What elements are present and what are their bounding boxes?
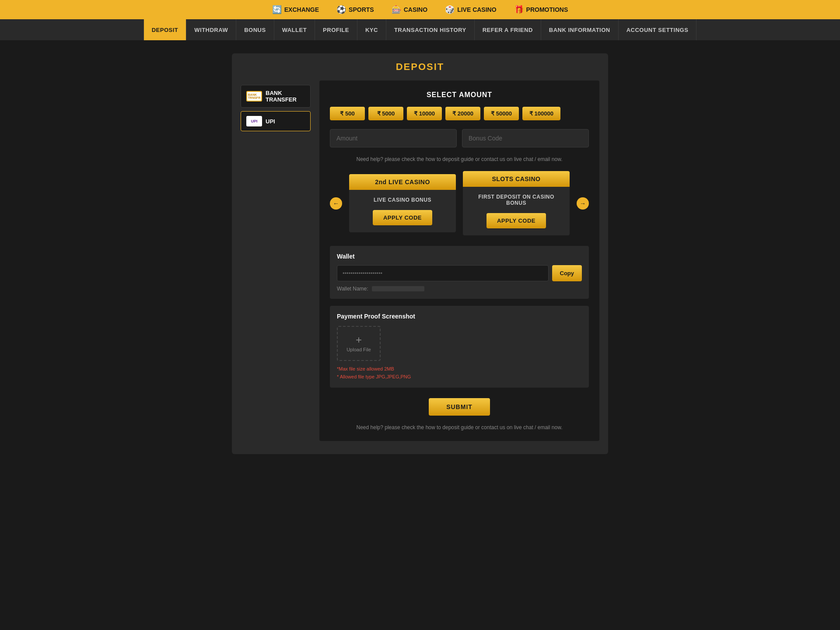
wallet-name-label: Wallet Name: xyxy=(337,286,368,292)
file-info: *Max file size allowed 2MB * Allowed fil… xyxy=(337,365,582,381)
nav-bank-information[interactable]: BANK INFORMATION xyxy=(541,19,619,40)
nav-sports[interactable]: ⚽ SPORTS xyxy=(336,5,374,14)
amount-btn-50000[interactable]: ₹ 50000 xyxy=(484,107,519,120)
deposit-form: SELECT AMOUNT ₹ 500 ₹ 5000 ₹ 10000 ₹ 200… xyxy=(319,80,599,441)
select-amount-title: SELECT AMOUNT xyxy=(330,91,589,99)
bank-transfer-label: BANK TRANSFER xyxy=(266,90,305,103)
nav-casino[interactable]: 🎰 CASINO xyxy=(392,5,427,14)
nav-profile[interactable]: PROFILE xyxy=(315,19,357,40)
bonus-card-slots-subtitle: FIRST DEPOSIT ON CASINO BONUS xyxy=(470,194,563,206)
exchange-icon: 🔄 xyxy=(272,5,282,14)
amount-btn-5000[interactable]: ₹ 5000 xyxy=(368,107,403,120)
nav-refer-a-friend[interactable]: REFER A FRIEND xyxy=(475,19,541,40)
bank-transfer-icon: BANKTRNSFR xyxy=(246,91,262,102)
nav-account-settings[interactable]: ACCOUNT SETTINGS xyxy=(619,19,697,40)
main-content: DEPOSIT BANKTRNSFR BANK TRANSFER UPI UPI xyxy=(0,40,840,467)
wallet-section: Wallet Copy Wallet Name: xyxy=(330,246,589,299)
file-type-note: * Allowed file type JPG,JPEG,PNG xyxy=(337,373,582,381)
nav-exchange[interactable]: 🔄 EXCHANGE xyxy=(272,5,319,14)
bonus-card-slots-body: FIRST DEPOSIT ON CASINO BONUS APPLY CODE xyxy=(463,187,570,235)
payment-method-bank-transfer[interactable]: BANKTRNSFR BANK TRANSFER xyxy=(241,85,311,108)
payment-proof-section: Payment Proof Screenshot + Upload File *… xyxy=(330,306,589,388)
deposit-body: BANKTRNSFR BANK TRANSFER UPI UPI SELECT … xyxy=(232,80,608,454)
submit-button[interactable]: SUBMIT xyxy=(429,398,490,416)
casino-icon: 🎰 xyxy=(392,5,401,14)
bonus-card-live-casino: 2nd LIVE CASINO LIVE CASINO BONUS APPLY … xyxy=(349,174,456,232)
nav-deposit[interactable]: DEPOSIT xyxy=(144,19,187,40)
nav-live-casino[interactable]: 🎲 LIVE CASINO xyxy=(445,5,496,14)
upi-label: UPI xyxy=(266,118,275,125)
upload-label: Upload File xyxy=(346,347,371,352)
promotions-icon: 🎁 xyxy=(514,5,524,14)
bonus-code-input[interactable] xyxy=(462,129,589,147)
wallet-address-input[interactable] xyxy=(337,265,549,281)
help-text-top: Need help? please check the how to depos… xyxy=(330,156,589,162)
nav-promotions-label: PROMOTIONS xyxy=(526,6,568,13)
apply-code-live-casino-btn[interactable]: APPLY CODE xyxy=(373,210,432,225)
amount-btn-500[interactable]: ₹ 500 xyxy=(330,107,365,120)
payment-method-upi[interactable]: UPI UPI xyxy=(241,111,311,131)
apply-code-slots-btn[interactable]: APPLY CODE xyxy=(486,213,546,228)
bonus-card-slots-casino: SLOTS CASINO FIRST DEPOSIT ON CASINO BON… xyxy=(463,171,570,235)
next-bonus-arrow[interactable]: → xyxy=(577,197,589,210)
copy-button[interactable]: Copy xyxy=(552,265,582,281)
prev-bonus-arrow[interactable]: ← xyxy=(330,197,342,210)
live-casino-icon: 🎲 xyxy=(445,5,455,14)
bonus-card-slots-title: SLOTS CASINO xyxy=(463,171,570,187)
nav-transaction-history[interactable]: TRANSACTION HISTORY xyxy=(386,19,475,40)
nav-bonus[interactable]: BONUS xyxy=(236,19,274,40)
wallet-name-row: Wallet Name: xyxy=(337,286,582,292)
amount-input[interactable] xyxy=(330,129,457,147)
amount-buttons: ₹ 500 ₹ 5000 ₹ 10000 ₹ 20000 ₹ 50000 ₹ 1… xyxy=(330,107,589,120)
wallet-name-value xyxy=(372,286,424,291)
nav-kyc[interactable]: KYC xyxy=(357,19,386,40)
amount-btn-100000[interactable]: ₹ 100000 xyxy=(522,107,560,120)
payment-methods-sidebar: BANKTRNSFR BANK TRANSFER UPI UPI xyxy=(241,80,311,441)
top-nav: 🔄 EXCHANGE ⚽ SPORTS 🎰 CASINO 🎲 LIVE CASI… xyxy=(0,0,840,19)
amount-btn-20000[interactable]: ₹ 20000 xyxy=(445,107,480,120)
wallet-title: Wallet xyxy=(337,253,582,260)
upload-plus-icon: + xyxy=(356,335,362,345)
bonus-card-live-casino-subtitle: LIVE CASINO BONUS xyxy=(373,197,432,203)
bonus-card-live-casino-body: LIVE CASINO BONUS APPLY CODE xyxy=(366,190,439,232)
nav-sports-label: SPORTS xyxy=(349,6,374,13)
nav-withdraw[interactable]: WITHDRAW xyxy=(186,19,236,40)
sports-icon: ⚽ xyxy=(336,5,346,14)
nav-casino-label: CASINO xyxy=(404,6,427,13)
bonus-card-live-casino-title: 2nd LIVE CASINO xyxy=(349,174,456,190)
bonus-cards-section: ← 2nd LIVE CASINO LIVE CASINO BONUS APPL… xyxy=(330,171,589,235)
payment-proof-title: Payment Proof Screenshot xyxy=(337,313,582,320)
wallet-input-row: Copy xyxy=(337,265,582,281)
secondary-nav: DEPOSIT WITHDRAW BONUS WALLET PROFILE KY… xyxy=(0,19,840,40)
nav-live-casino-label: LIVE CASINO xyxy=(457,6,496,13)
bottom-help-text: Need help? please check the how to depos… xyxy=(330,424,589,430)
nav-exchange-label: EXCHANGE xyxy=(284,6,319,13)
upi-icon: UPI xyxy=(246,116,262,126)
nav-wallet[interactable]: WALLET xyxy=(274,19,315,40)
amount-bonus-row xyxy=(330,129,589,147)
upload-file-button[interactable]: + Upload File xyxy=(337,326,381,361)
page-title: DEPOSIT xyxy=(232,53,608,80)
submit-row: SUBMIT xyxy=(330,398,589,416)
amount-btn-10000[interactable]: ₹ 10000 xyxy=(407,107,442,120)
file-size-note: *Max file size allowed 2MB xyxy=(337,365,582,373)
nav-promotions[interactable]: 🎁 PROMOTIONS xyxy=(514,5,568,14)
deposit-container: DEPOSIT BANKTRNSFR BANK TRANSFER UPI UPI xyxy=(232,53,608,454)
